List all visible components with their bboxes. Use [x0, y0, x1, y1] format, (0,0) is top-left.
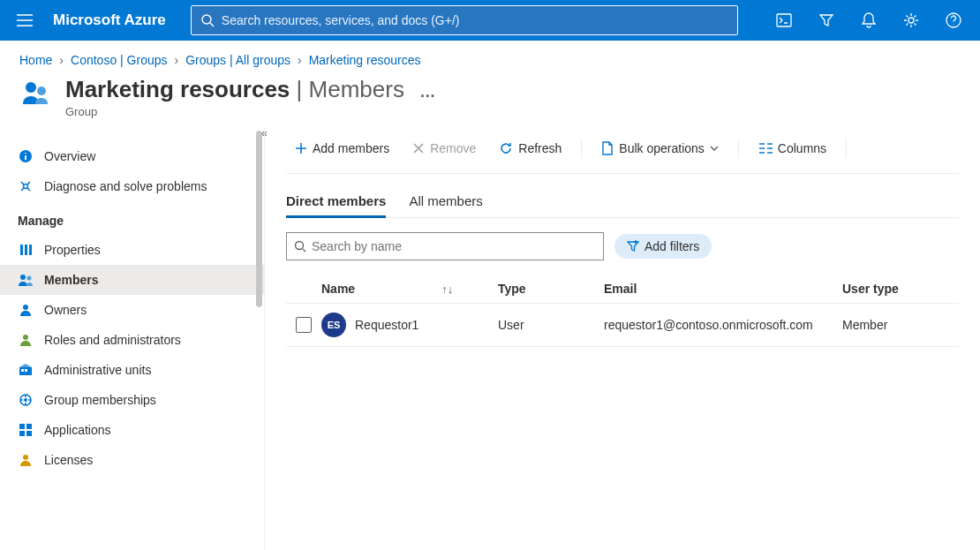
bulk-operations-button[interactable]: Bulk operations	[592, 136, 727, 161]
breadcrumb-contoso[interactable]: Contoso | Groups	[71, 53, 167, 67]
sidebar-item-overview[interactable]: Overview	[0, 141, 264, 171]
svg-rect-1	[777, 14, 791, 26]
search-by-name-input[interactable]	[312, 239, 596, 253]
table-row[interactable]: ES Requestor1 User requestor1@contoso.on…	[286, 304, 959, 347]
sidebar-scrollbar[interactable]	[256, 131, 262, 307]
breadcrumb-sep: ›	[175, 53, 179, 67]
svg-rect-10	[29, 245, 32, 255]
sidebar-item-licenses[interactable]: Licenses	[0, 445, 264, 475]
hamburger-icon	[17, 14, 33, 26]
page-header: Marketing resources | Members … Group	[0, 72, 980, 127]
remove-label: Remove	[430, 141, 476, 155]
search-icon	[200, 13, 215, 27]
col-type-header[interactable]: Type	[498, 282, 604, 296]
row-name: Requestor1	[355, 318, 418, 332]
plus-icon	[295, 142, 307, 154]
tab-all-members[interactable]: All members	[409, 188, 482, 217]
toolbar-separator	[581, 139, 582, 158]
svg-point-25	[296, 242, 304, 250]
group-icon	[19, 79, 53, 106]
topbar-right	[765, 1, 973, 40]
sidebar-item-label: Overview	[44, 149, 95, 163]
svg-rect-17	[25, 369, 27, 372]
svg-point-5	[37, 87, 46, 95]
cloud-shell-button[interactable]	[765, 1, 803, 40]
sort-icon: ↑↓	[441, 283, 453, 296]
toolbar-separator	[846, 139, 847, 158]
sidebar: Overview Diagnose and solve problems Man…	[0, 127, 265, 550]
svg-rect-21	[26, 424, 32, 429]
sidebar-item-label: Administrative units	[44, 363, 151, 377]
bulk-label: Bulk operations	[619, 141, 705, 155]
sidebar-item-label: Properties	[44, 243, 101, 257]
search-by-name[interactable]	[286, 232, 604, 260]
sidebar-item-owners[interactable]: Owners	[0, 295, 264, 325]
sidebar-heading-manage: Manage	[0, 201, 264, 235]
global-search-input[interactable]	[222, 13, 728, 27]
diagnose-icon	[18, 178, 34, 194]
remove-button: Remove	[403, 136, 485, 161]
avatar: ES	[321, 313, 346, 337]
col-usertype-header[interactable]: User type	[842, 282, 959, 296]
breadcrumb: Home › Contoso | Groups › Groups | All g…	[0, 41, 980, 72]
help-button[interactable]	[934, 1, 973, 40]
owners-icon	[18, 302, 34, 318]
refresh-button[interactable]: Refresh	[490, 136, 570, 161]
breadcrumb-current[interactable]: Marketing resources	[309, 53, 421, 67]
breadcrumb-sep: ›	[298, 53, 302, 67]
svg-rect-23	[26, 431, 32, 436]
svg-rect-20	[19, 424, 25, 429]
col-email-header[interactable]: Email	[604, 282, 842, 296]
help-icon	[946, 12, 961, 28]
search-icon	[294, 240, 306, 252]
document-icon	[601, 141, 614, 155]
svg-point-0	[202, 15, 211, 24]
global-search[interactable]	[191, 5, 738, 35]
brand-label: Microsoft Azure	[53, 11, 166, 29]
svg-point-19	[24, 398, 27, 402]
properties-icon	[18, 242, 34, 258]
page-title-more-button[interactable]: …	[419, 83, 435, 101]
sidebar-item-diagnose[interactable]: Diagnose and solve problems	[0, 171, 264, 201]
breadcrumb-home[interactable]: Home	[19, 53, 52, 67]
sidebar-item-properties[interactable]: Properties	[0, 235, 264, 265]
svg-point-24	[23, 455, 28, 460]
svg-point-2	[908, 18, 914, 23]
col-name-header[interactable]: Name ↑↓	[321, 282, 498, 296]
svg-rect-16	[21, 369, 24, 372]
sidebar-item-group-memberships[interactable]: Group memberships	[0, 385, 264, 415]
row-checkbox[interactable]	[296, 317, 312, 333]
breadcrumb-sep: ›	[59, 53, 64, 67]
filter-icon	[627, 240, 639, 252]
breadcrumb-groups[interactable]: Groups | All groups	[185, 53, 290, 67]
sidebar-item-applications[interactable]: Applications	[0, 415, 264, 445]
settings-button[interactable]	[892, 1, 931, 40]
svg-point-4	[26, 82, 36, 93]
sidebar-item-members[interactable]: Members	[0, 265, 264, 295]
add-filters-button[interactable]: Add filters	[614, 234, 712, 259]
filter-row: Add filters	[286, 232, 959, 260]
sidebar-item-label: Members	[44, 273, 98, 287]
columns-button[interactable]: Columns	[750, 136, 835, 161]
svg-rect-8	[20, 245, 23, 255]
directory-filter-button[interactable]	[807, 1, 846, 40]
tab-direct-members[interactable]: Direct members	[286, 188, 386, 217]
sidebar-item-label: Licenses	[44, 453, 93, 467]
row-usertype: Member	[842, 318, 959, 332]
sidebar-item-roles[interactable]: Roles and administrators	[0, 325, 264, 355]
page-title-sub: Members	[309, 76, 404, 102]
add-members-button[interactable]: Add members	[286, 136, 398, 161]
sidebar-item-label: Group memberships	[44, 393, 156, 407]
hamburger-menu-button[interactable]	[7, 3, 42, 38]
refresh-label: Refresh	[518, 141, 562, 155]
cloud-shell-icon	[776, 13, 792, 27]
bell-icon	[862, 12, 876, 28]
notifications-button[interactable]	[849, 1, 888, 40]
row-email: requestor1@contoso.onmicrosoft.com	[604, 318, 842, 332]
sidebar-item-admin-units[interactable]: Administrative units	[0, 355, 264, 385]
refresh-icon	[499, 141, 513, 155]
remove-icon	[412, 142, 425, 154]
svg-point-13	[23, 305, 28, 310]
gear-icon	[903, 12, 919, 28]
svg-point-7	[24, 185, 28, 189]
